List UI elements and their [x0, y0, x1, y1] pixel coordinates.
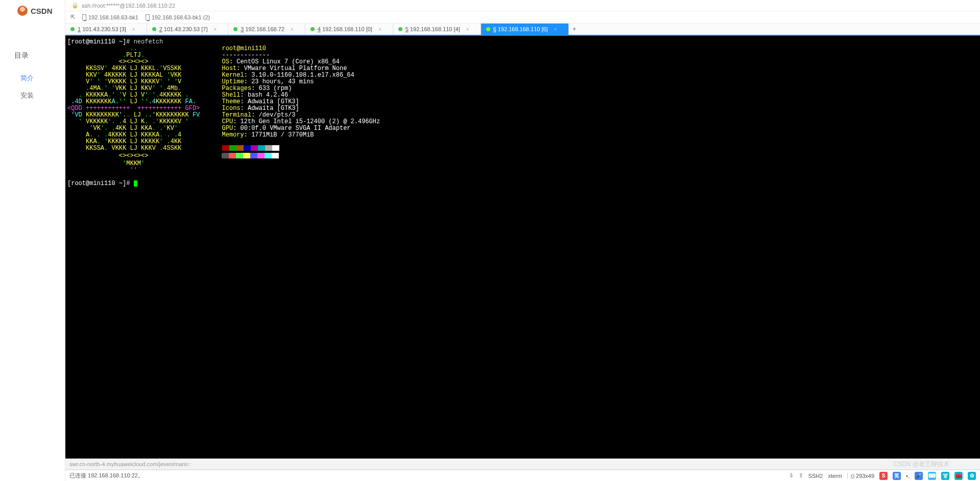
address-bar: 🔒 ssh://root:******@192.168.168.110:22 — [65, 0, 980, 11]
status-dim: 293x49 — [856, 473, 874, 479]
address-url: ssh://root:******@192.168.168.110:22 — [82, 3, 175, 9]
bookmark-icon — [146, 14, 150, 20]
new-tab-button[interactable]: + — [569, 24, 580, 35]
session-tab[interactable]: 1 101.43.230.53 [3]× — [65, 24, 147, 35]
toc-item[interactable]: 简介 — [9, 70, 56, 87]
status-dot-icon — [152, 27, 156, 31]
left-sidebar: CSDN 目录 简介安装 — [0, 0, 65, 481]
bookmark-item[interactable]: 192.168.168.63-bk1 (2) — [146, 14, 210, 20]
transfer-down-icon: ⇩ — [789, 472, 794, 479]
session-tab[interactable]: 5 192.168.168.110 [4]× — [393, 24, 481, 35]
tray-s-icon[interactable]: S — [879, 472, 888, 480]
bookmark-add-icon[interactable]: ⇱ — [70, 14, 75, 20]
session-tab[interactable]: 4 192.168.168.110 [0]× — [305, 24, 393, 35]
session-tab[interactable]: 6 192.168.168.110 [6]× — [481, 24, 569, 35]
bookmark-item[interactable]: 192.168.168.63-bk1 — [82, 14, 138, 20]
csdn-monkey-icon — [17, 6, 28, 16]
bookmark-bar: ⇱ 192.168.168.63-bk1192.168.168.63-bk1 (… — [65, 11, 980, 24]
status-dot-icon — [486, 27, 490, 31]
watermark: CSDN @老王聊技术 — [893, 460, 949, 469]
status-dot-icon — [398, 27, 402, 31]
session-tab[interactable]: 2 101.43.230.53 [7]× — [147, 24, 229, 35]
terminal-output[interactable]: [root@mini110 ~]# neofetch .. root@mini1… — [65, 36, 980, 459]
lock-icon: 🔒 — [71, 2, 79, 9]
statusbar: 已连接 192.168.168.110:22。 ⇩ ⇧ SSH2 xterm ⎙… — [65, 470, 980, 481]
path-line: swr.cn-north-4.myhuaweicloud.com/jeven/m… — [65, 459, 980, 470]
close-icon[interactable]: × — [466, 27, 469, 32]
status-ssh: SSH2 — [808, 473, 823, 479]
status-dot-icon — [310, 27, 315, 31]
status-term: xterm — [828, 473, 842, 479]
status-dot-icon — [70, 27, 75, 31]
close-icon[interactable]: × — [291, 27, 294, 32]
session-tabbar: 1 101.43.230.53 [3]×2 101.43.230.53 [7]×… — [65, 24, 980, 36]
logo-text: CSDN — [31, 7, 53, 15]
tray-punct-icon[interactable]: •, — [906, 473, 910, 479]
tray-skin-icon[interactable]: 👕 — [941, 472, 949, 480]
close-icon[interactable]: × — [378, 27, 381, 32]
toc-item[interactable]: 安装 — [9, 87, 56, 104]
bookmark-icon — [82, 14, 86, 20]
tray-tool-icon[interactable]: 🧰 — [954, 472, 963, 480]
tray-mic-icon[interactable]: 🎤 — [915, 472, 923, 480]
main-area: 🔒 ssh://root:******@192.168.168.110:22 ⇱… — [65, 0, 980, 481]
close-icon[interactable]: × — [132, 27, 135, 32]
logo: CSDN — [0, 0, 65, 21]
transfer-up-icon: ⇧ — [799, 472, 803, 479]
close-icon[interactable]: × — [213, 27, 217, 32]
toc-title: 目录 — [9, 51, 56, 60]
close-icon[interactable]: × — [554, 27, 557, 32]
tray-ime-icon[interactable]: 英 — [893, 472, 901, 480]
status-dot-icon — [233, 27, 237, 31]
tray-gear-icon[interactable]: ⚙ — [968, 472, 976, 480]
status-connected: 已连接 192.168.168.110:22。 — [69, 472, 144, 479]
tray-key-icon[interactable]: ⌨ — [928, 472, 936, 480]
session-tab[interactable]: 3 192.168.168.72× — [228, 24, 305, 35]
table-of-contents: 目录 简介安装 — [0, 51, 65, 104]
